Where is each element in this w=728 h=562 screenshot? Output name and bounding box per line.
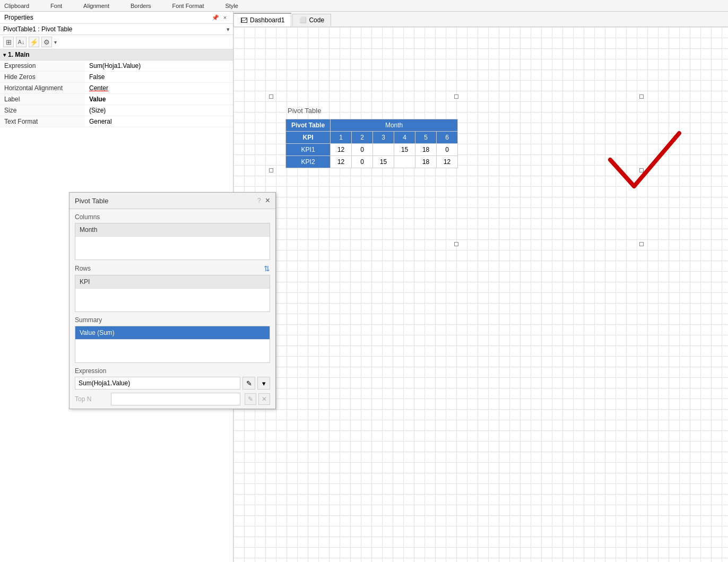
dialog-rows-header: Rows ⇅	[70, 260, 275, 275]
pivot-kpi-col-header: KPI	[286, 132, 331, 144]
prop-val-halign[interactable]: Center	[85, 83, 233, 94]
prop-val-label[interactable]: Value	[85, 94, 233, 105]
prop-key-textformat: Text Format	[0, 116, 85, 127]
dialog-summary-item[interactable]: Value (Sum)	[75, 326, 270, 340]
dialog-columns-listbox: Month	[75, 223, 270, 260]
prop-val-hidezeros[interactable]: False	[85, 72, 233, 83]
tab-dashboard1[interactable]: 🗠 Dashboard1	[233, 13, 291, 27]
pivot-cell-kpi1-6: 0	[437, 144, 458, 156]
pivot-cell-kpi2-1: 12	[331, 156, 352, 168]
pivot-dialog-title: Pivot Table	[75, 197, 108, 205]
handle-bc[interactable]	[454, 242, 458, 246]
pivot-cell-kpi2-3: 15	[373, 156, 394, 168]
tab-dashboard1-label: Dashboard1	[250, 16, 284, 24]
pivot-month-header: Month	[331, 119, 458, 132]
table-row-kpi1: KPI1 12 0 15 18 0	[286, 144, 458, 156]
dialog-topn-input[interactable]	[111, 393, 240, 405]
pivot-dialog-close-icon[interactable]: ×	[265, 196, 270, 205]
pivot-col-1: 1	[331, 132, 352, 144]
toolbar-borders: Borders	[131, 3, 151, 9]
pivot-cell-kpi1-5: 18	[415, 144, 437, 156]
dialog-rows-empty	[75, 289, 270, 305]
pivot-cell-kpi2-5: 18	[415, 156, 437, 168]
pivot-cell-kpi1-3	[373, 144, 394, 156]
pivot-dialog-question-icon[interactable]: ?	[257, 197, 261, 204]
dialog-expression-row: ✎ ▾	[75, 377, 270, 390]
pivot-dialog: Pivot Table ? × Columns Month Rows ⇅ KPI	[69, 192, 276, 409]
pivot-corner-cell: Pivot Table	[286, 119, 331, 132]
section-label: 1. Main	[8, 51, 30, 58]
table-row-kpi2: KPI2 12 0 15 18 12	[286, 156, 458, 168]
pivot-cell-kpi1-2: 0	[352, 144, 373, 156]
topn-clear-icon[interactable]: ✕	[258, 393, 270, 405]
dialog-rows-item[interactable]: KPI	[75, 275, 270, 289]
tab-code-label: Code	[309, 16, 324, 24]
dialog-rows-label: Rows	[75, 265, 91, 272]
pivot-row-label-kpi2: KPI2	[286, 156, 331, 168]
toolbar-font: Font	[50, 3, 62, 9]
prop-val-textformat[interactable]: General	[85, 116, 233, 127]
pivot-selector-dropdown-icon[interactable]: ▾	[227, 26, 230, 33]
dialog-expression-label: Expression	[70, 363, 275, 377]
pivot-row-label-kpi1: KPI1	[286, 144, 331, 156]
expression-edit-icon[interactable]: ✎	[242, 377, 255, 390]
dialog-columns-empty	[75, 237, 270, 253]
topn-edit-icon[interactable]: ✎	[245, 393, 256, 405]
pivot-col-3: 3	[373, 132, 394, 144]
dialog-summary-listbox: Value (Sum)	[75, 326, 270, 363]
handle-ml[interactable]	[269, 168, 273, 172]
dialog-topn-row: Top N ✎ ✕	[70, 390, 275, 409]
gear-dropdown-icon[interactable]: ▾	[54, 39, 57, 45]
pivot-dialog-header: Pivot Table ? ×	[70, 193, 275, 209]
handle-tr[interactable]	[639, 94, 644, 99]
pin-icon[interactable]: 📌	[212, 14, 219, 21]
prop-val-expression[interactable]: Sum(Hoja1.Value)	[85, 60, 233, 72]
pivot-table: Pivot Table Month KPI 1 2 3 4 5 6	[285, 119, 458, 168]
prop-key-label: Label	[0, 94, 85, 105]
close-icon[interactable]: ×	[221, 14, 229, 21]
handle-br[interactable]	[639, 242, 644, 246]
handle-tl[interactable]	[269, 94, 273, 99]
toolbar-fontformat: Font Format	[172, 3, 204, 9]
prop-row-expression: Expression Sum(Hoja1.Value)	[0, 60, 233, 72]
pivot-cell-kpi1-4: 15	[394, 144, 415, 156]
prop-row-size: Size (Size)	[0, 105, 233, 116]
prop-key-size: Size	[0, 105, 85, 116]
prop-key-expression: Expression	[0, 60, 85, 72]
dashboard-canvas: Pivot Table Pivot Table Month KPI 1 2 3 …	[233, 27, 728, 562]
dialog-expression-input[interactable]	[75, 377, 240, 390]
gear-icon[interactable]: ⚙	[41, 37, 52, 47]
dialog-columns-label: Columns	[70, 209, 275, 223]
dialog-topn-icons: ✎ ✕	[245, 393, 270, 405]
dialog-summary-label: Summary	[70, 312, 275, 326]
dialog-topn-label: Top N	[75, 395, 107, 403]
pivot-cell-kpi2-2: 0	[352, 156, 373, 168]
handle-tc[interactable]	[454, 94, 458, 99]
pivot-selector[interactable]: PivotTable1 : Pivot Table ▾	[0, 24, 233, 35]
prop-row-label: Label Value	[0, 94, 233, 105]
pivot-col-2: 2	[352, 132, 373, 144]
lightning-icon[interactable]: ⚡	[29, 37, 39, 47]
dashboard-tab-icon: 🗠	[240, 16, 248, 24]
header-icons: 📌 ×	[212, 14, 229, 21]
properties-section-header: ▾ 1. Main	[0, 49, 233, 60]
prop-toolbar: ⊞ A↓ ⚡ ⚙ ▾	[0, 35, 233, 49]
pivot-selector-value: PivotTable1 : Pivot Table	[3, 25, 227, 33]
dialog-columns-item[interactable]: Month	[75, 223, 270, 237]
sortaz-icon[interactable]: A↓	[16, 37, 27, 47]
dialog-summary-empty	[75, 340, 270, 356]
main-layout: Properties 📌 × PivotTable1 : Pivot Table…	[0, 12, 728, 562]
dialog-rows-listbox: KPI	[75, 275, 270, 312]
section-expand-icon[interactable]: ▾	[3, 52, 6, 58]
prop-row-textformat: Text Format General	[0, 116, 233, 127]
red-checkmark-annotation	[605, 123, 684, 202]
grid-icon[interactable]: ⊞	[3, 37, 14, 47]
prop-row-hidezeros: Hide Zeros False	[0, 72, 233, 83]
expression-dropdown-icon[interactable]: ▾	[257, 377, 270, 390]
prop-val-size[interactable]: (Size)	[85, 105, 233, 116]
tab-code[interactable]: ⬜ Code	[292, 14, 331, 26]
prop-row-halign: Horizontal Alignment Center	[0, 83, 233, 94]
rows-sort-icon[interactable]: ⇅	[264, 264, 270, 273]
code-tab-icon: ⬜	[299, 16, 307, 23]
prop-key-hidezeros: Hide Zeros	[0, 72, 85, 83]
